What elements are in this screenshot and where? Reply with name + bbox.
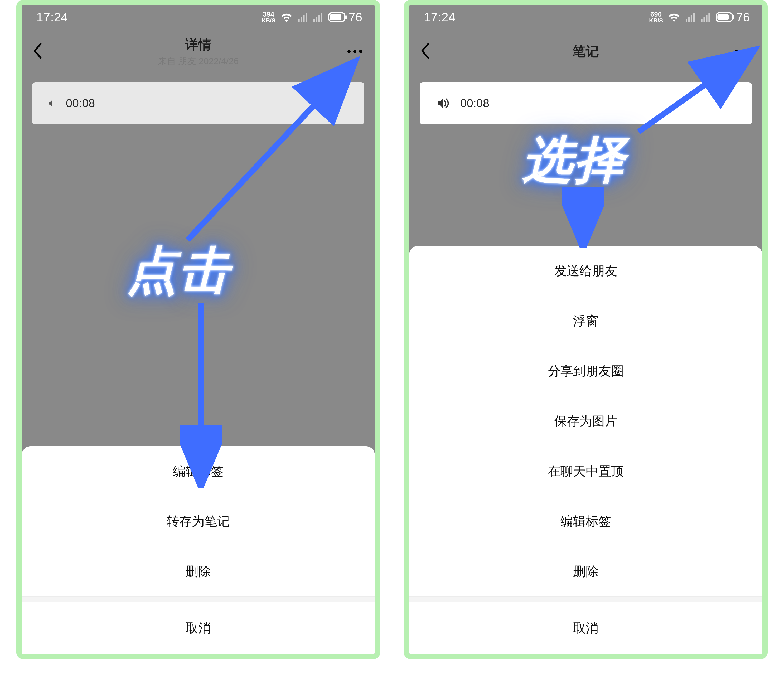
status-bar: 17:24 394 KB/S 76 xyxy=(22,5,375,29)
page-subtitle: 来自 朋友 2022/4/26 xyxy=(158,55,239,67)
phone-right: 17:24 690 KB/S 76 xyxy=(404,0,768,659)
signal-icon xyxy=(700,12,711,22)
status-bar: 17:24 690 KB/S 76 xyxy=(409,5,762,29)
battery-icon: 76 xyxy=(328,10,362,24)
battery-icon: 76 xyxy=(716,10,750,24)
more-button[interactable] xyxy=(735,50,750,53)
clock: 17:24 xyxy=(424,10,456,24)
nav-bar: 详情 来自 朋友 2022/4/26 xyxy=(22,29,375,74)
signal-icon xyxy=(685,12,695,22)
network-speed: 394 KB/S xyxy=(261,11,275,23)
svg-rect-6 xyxy=(717,14,729,20)
wifi-icon xyxy=(668,12,680,22)
nav-bar: 笔记 xyxy=(409,29,762,74)
speaker-icon xyxy=(435,97,450,110)
page-title: 笔记 xyxy=(572,43,599,61)
signal-icon xyxy=(298,12,308,22)
svg-rect-1 xyxy=(330,14,341,20)
back-button[interactable] xyxy=(33,43,42,60)
sheet-item-send-to-friend[interactable]: 发送给朋友 xyxy=(409,246,762,296)
network-speed: 690 KB/S xyxy=(649,11,663,23)
sheet-cancel[interactable]: 取消 xyxy=(409,602,762,654)
sheet-item-delete[interactable]: 删除 xyxy=(22,546,375,596)
signal-icon xyxy=(313,12,323,22)
sheet-item-pin-in-chat[interactable]: 在聊天中置顶 xyxy=(409,446,762,497)
sheet-item-edit-tags[interactable]: 编辑标签 xyxy=(22,446,375,497)
sheet-item-floating-window[interactable]: 浮窗 xyxy=(409,296,762,346)
sheet-item-edit-tags[interactable]: 编辑标签 xyxy=(409,497,762,546)
svg-rect-7 xyxy=(733,15,734,19)
sheet-item-share-moments[interactable]: 分享到朋友圈 xyxy=(409,346,762,396)
action-sheet: 发送给朋友 浮窗 分享到朋友圈 保存为图片 在聊天中置顶 编辑标签 删除 取消 xyxy=(409,246,762,654)
back-button[interactable] xyxy=(420,43,430,60)
action-sheet: 编辑标签 转存为笔记 删除 取消 xyxy=(22,446,375,654)
page-title: 详情 xyxy=(158,36,239,53)
audio-duration: 00:08 xyxy=(460,97,489,110)
phone-left: 17:24 394 KB/S 76 xyxy=(16,0,380,659)
more-button[interactable] xyxy=(347,50,362,53)
clock: 17:24 xyxy=(36,10,68,24)
sheet-item-save-as-image[interactable]: 保存为图片 xyxy=(409,396,762,446)
sheet-cancel[interactable]: 取消 xyxy=(22,602,375,654)
wifi-icon xyxy=(281,12,292,22)
audio-card[interactable]: 00:08 xyxy=(420,82,752,125)
sheet-divider xyxy=(409,596,762,602)
speaker-icon xyxy=(47,98,55,108)
audio-duration: 00:08 xyxy=(66,97,95,110)
sheet-item-delete[interactable]: 删除 xyxy=(409,546,762,596)
sheet-divider xyxy=(22,596,375,602)
svg-rect-2 xyxy=(345,15,347,19)
audio-card[interactable]: 00:08 xyxy=(32,82,364,125)
sheet-item-save-as-note[interactable]: 转存为笔记 xyxy=(22,497,375,546)
